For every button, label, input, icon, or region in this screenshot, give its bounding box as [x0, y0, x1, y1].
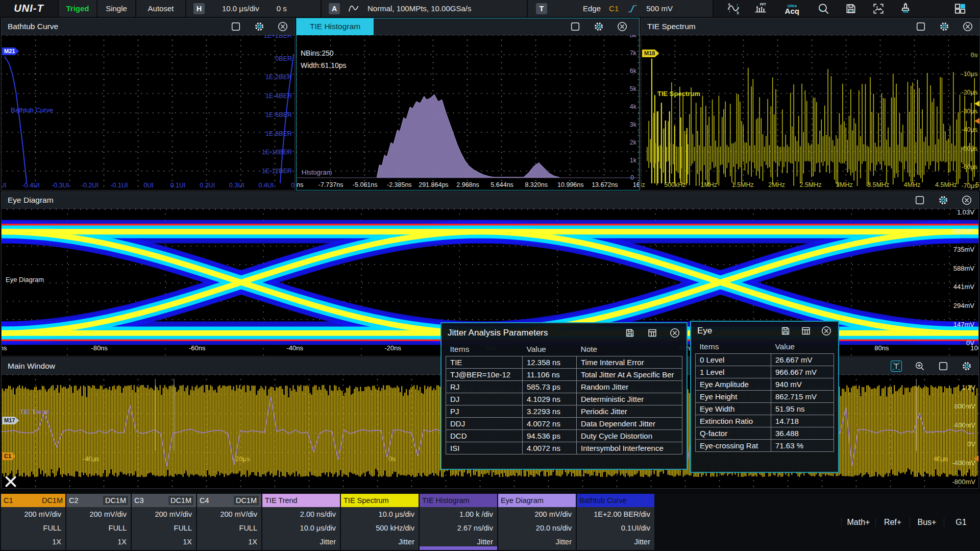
bus-button[interactable]: Bus+	[910, 518, 944, 527]
channel-block-bathtub-curve[interactable]: Bathtub Curve1E+2.00 BER/div0.1UI/divJit…	[577, 494, 654, 550]
level-marker[interactable]	[974, 101, 979, 107]
window-layout-icon[interactable]	[952, 2, 968, 16]
table-cell: DDJ	[446, 418, 523, 430]
close-icon[interactable]	[669, 327, 680, 339]
ui-axis-label: -0.2UI	[81, 182, 99, 189]
freq-axis-label: 500kHz	[664, 181, 685, 188]
gear-icon[interactable]	[939, 21, 950, 32]
maximize-icon[interactable]	[570, 21, 581, 32]
time-axis-label: -60ns	[189, 345, 206, 352]
zoom-in-icon[interactable]	[914, 361, 925, 372]
freq-axis-label: 1.5MHz	[732, 181, 754, 188]
gear-icon[interactable]	[938, 195, 949, 206]
acquire-info[interactable]: Normal, 100MPts, 10.00GSa/s	[368, 4, 471, 13]
channel-setting: Jitter	[498, 535, 576, 548]
channel-setting: 20.0 ns/div	[498, 521, 576, 535]
level-marker[interactable]	[974, 118, 979, 124]
table-cell: Deterministic Jitter	[577, 393, 682, 405]
gear-icon[interactable]	[961, 361, 972, 372]
close-icon[interactable]	[821, 325, 832, 337]
autoset-button[interactable]: Autoset	[136, 0, 185, 17]
panel-title: TIE Spectrum	[647, 22, 696, 31]
h-offset-value[interactable]: 0 s	[277, 4, 287, 13]
acquire-settings[interactable]: A Normal, 100MPts, 10.00GSa/s	[322, 0, 527, 17]
measure-cursor-icon[interactable]: AB	[726, 2, 741, 16]
save-icon[interactable]	[780, 325, 791, 337]
ref-button[interactable]: Ref+	[875, 518, 910, 527]
histogram-trace-label: Histogram	[302, 169, 332, 176]
table-icon[interactable]	[647, 327, 658, 339]
horizontal-settings[interactable]: H 10.0 μs/div 0 s	[186, 0, 321, 17]
ui-axis-label: 5UI	[2, 182, 7, 189]
gear-icon[interactable]	[254, 21, 265, 32]
bathtub-curve-panel: Bathtub Curve 1E+2BER0BER1E-2BER1E-4BER1…	[1, 18, 295, 190]
svg-text:A: A	[728, 2, 730, 6]
brush-icon[interactable]	[898, 2, 913, 16]
save-icon[interactable]	[843, 2, 859, 16]
channel-block-c4[interactable]: C4DC1M200 mV/divFULL1X	[197, 494, 261, 550]
time-axis-label: 40μs	[934, 456, 948, 463]
table-cell: 585.73 ps	[523, 381, 577, 393]
channel-setting: 1X	[132, 535, 196, 548]
table-cell: Extinction Ratio	[696, 415, 771, 427]
single-button[interactable]: Single	[97, 0, 135, 17]
trigger-settings[interactable]: T Edge C1 500 mV	[528, 0, 713, 17]
time-axis-label: -80ns	[91, 345, 108, 352]
h-scale-value[interactable]: 10.0 μs/div	[222, 4, 259, 13]
channel-block-c2[interactable]: C2DC1M200 mV/divFULL1X	[66, 494, 131, 550]
time-axis-label: 13.672ns	[592, 181, 618, 188]
channel-setting: 1X	[197, 535, 261, 548]
channel-block-eye-diagram[interactable]: Eye Diagram200 mV/div20.0 ns/divJitter	[498, 494, 576, 550]
gear-icon[interactable]	[593, 21, 604, 32]
table-icon[interactable]	[800, 325, 812, 337]
spectrum-plot[interactable]: 0s-10μs-20μs-30μs-40μs-50μs-60μs-70μsHz5…	[641, 35, 979, 190]
trigger-source[interactable]: C1	[609, 4, 619, 13]
ber-axis-label: 1E-4BER	[265, 92, 292, 100]
bathtub-plot[interactable]: 1E+2BER0BER1E-2BER1E-4BER1E-6BER1E-8BER1…	[2, 35, 295, 190]
time-axis-label: 100ns	[970, 345, 978, 352]
channel-block-c3[interactable]: C3DC1M200 mV/divFULL1X	[132, 494, 196, 550]
close-icon[interactable]	[962, 21, 973, 32]
time-axis-label: 13ns	[297, 181, 304, 188]
cross-tool-icon[interactable]	[4, 475, 17, 488]
trigger-level-marker[interactable]	[973, 456, 978, 462]
channel-block-tie-trend[interactable]: TIE Trend2.00 ns/div10.0 μs/divJitter	[262, 494, 340, 550]
close-icon[interactable]	[277, 21, 288, 32]
histogram-plot[interactable]: NBins:250Width:61.10ps8k7k6k5k4k3k2k1k01…	[297, 35, 639, 190]
tie-histogram-panel: TIE Histogram NBins:250Width:61.10ps8k7k…	[296, 18, 640, 190]
maximize-icon[interactable]	[230, 21, 241, 32]
ber-axis-label: 0BER	[275, 55, 292, 62]
ui-axis-label: 0.4UI	[258, 182, 274, 189]
save-icon[interactable]	[624, 327, 635, 339]
channel-setting: FULL	[66, 521, 131, 535]
ber-axis-label: 1E-2BER	[265, 74, 292, 81]
acq-ultra-icon[interactable]: UltraAcq	[780, 2, 804, 16]
count-axis-label: 2k	[630, 139, 636, 146]
fft-icon[interactable]: FFT	[753, 2, 768, 16]
channel-block-tie-histogram[interactable]: TIE Histogram1.00 k /div2.67 ns/divJitte…	[420, 494, 497, 550]
math-button[interactable]: Math+	[841, 518, 875, 527]
table-row: DCD94.536 psDuty Cycle Distortion	[446, 430, 682, 442]
panel-title[interactable]: TIE Histogram	[297, 18, 374, 35]
maximize-icon[interactable]	[915, 21, 926, 32]
count-axis-label: 3k	[630, 121, 636, 128]
settings-icon[interactable]	[925, 2, 941, 16]
channel-block-c1[interactable]: C1DC1M200 mV/divFULL1X	[1, 494, 65, 550]
trigger-level[interactable]: 500 mV	[646, 4, 673, 13]
t-cursor-tool-icon[interactable]	[891, 361, 902, 372]
svg-text:B: B	[737, 11, 739, 14]
maximize-icon[interactable]	[938, 361, 949, 372]
table-cell: Eye Width	[696, 403, 771, 415]
g1-button[interactable]: G1	[944, 518, 978, 527]
screenshot-icon[interactable]	[871, 2, 886, 16]
time-axis-label: -20ns	[384, 345, 401, 352]
eye-trace-label: Eye Diagram	[6, 276, 44, 283]
trigger-type[interactable]: Edge	[583, 4, 601, 13]
close-icon[interactable]	[617, 21, 628, 32]
table-cell: Total Jitter At A Specific Ber	[577, 369, 682, 381]
maximize-icon[interactable]	[914, 195, 925, 206]
channel-name: TIE Trend	[265, 496, 298, 505]
search-icon[interactable]	[816, 2, 831, 16]
close-icon[interactable]	[961, 195, 972, 206]
channel-block-tie-spectrum[interactable]: TIE Spectrum10.0 μs/div500 kHz/divJitter	[341, 494, 419, 550]
